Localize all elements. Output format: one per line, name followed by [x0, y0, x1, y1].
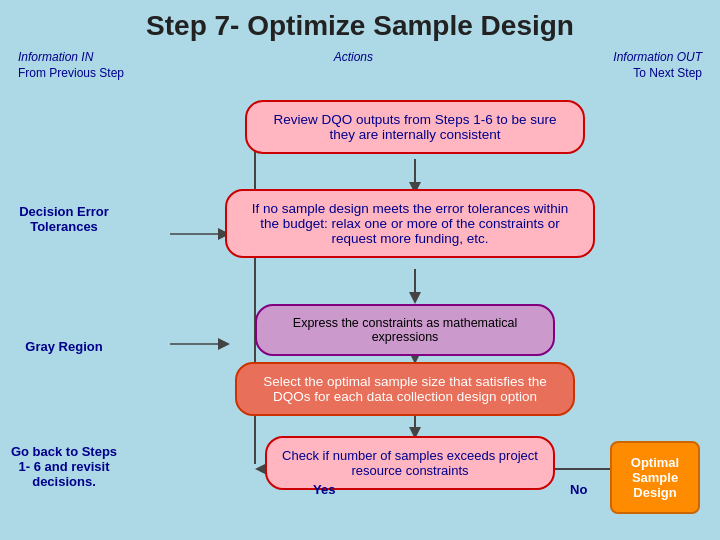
flow-box-3: Express the constraints as mathematical … [255, 304, 555, 356]
page-title: Step 7- Optimize Sample Design [0, 0, 720, 48]
no-label: No [570, 482, 587, 497]
svg-marker-18 [218, 338, 230, 350]
flow-box-4: Select the optimal sample size that sati… [235, 362, 575, 416]
to-next-label: To Next Step [633, 66, 702, 80]
gray-region-label: Gray Region [10, 339, 118, 354]
go-back-label: Go back to Steps 1- 6 and revisit decisi… [10, 444, 118, 489]
info-in-label: Information IN [18, 50, 93, 64]
flow-box-2: If no sample design meets the error tole… [225, 189, 595, 258]
output-box: Optimal Sample Design [610, 441, 700, 514]
from-previous-label: From Previous Step [18, 66, 124, 80]
flow-box-5: Check if number of samples exceeds proje… [265, 436, 555, 490]
yes-label: Yes [313, 482, 335, 497]
svg-marker-3 [409, 292, 421, 304]
decision-error-label: Decision Error Tolerances [10, 204, 118, 234]
flow-box-1: Review DQO outputs from Steps 1-6 to be … [245, 100, 585, 154]
actions-label: Actions [93, 50, 613, 64]
info-out-label: Information OUT [613, 50, 702, 64]
